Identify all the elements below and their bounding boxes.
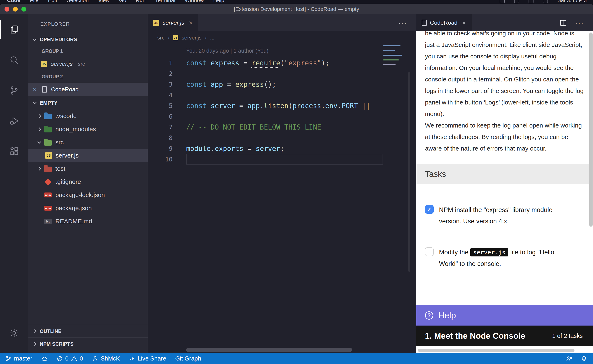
editor-horizontal-scrollbar[interactable] (186, 348, 352, 352)
warning-icon (71, 356, 77, 362)
more-actions-icon[interactable]: ··· (575, 19, 584, 27)
chevron-right-icon (37, 167, 41, 170)
explorer-title: EXPLORER (28, 14, 148, 34)
extensions-icon (9, 146, 19, 156)
code-line-6[interactable]: 6 (148, 111, 416, 122)
menu-window[interactable]: Window (185, 0, 204, 4)
activitybar-source-control[interactable] (0, 75, 28, 106)
menu-go[interactable]: Go (119, 0, 127, 4)
code-line-3[interactable]: 3 const app = express(); (148, 79, 416, 90)
task1-text: NPM install the "express" library module… (439, 204, 571, 227)
activitybar-explorer[interactable] (0, 14, 28, 45)
chevron-right-icon (37, 127, 41, 131)
branch-indicator[interactable]: master (5, 355, 32, 362)
inline-code-chip: server.js (470, 248, 508, 256)
tree-item-server-js[interactable]: JS server.js (28, 149, 148, 162)
editor-group2-label: GROUP 2 (28, 71, 148, 83)
breadcrumb-separator: › (205, 34, 207, 41)
activitybar-run-debug[interactable] (0, 106, 28, 136)
breadcrumb-separator: › (168, 34, 170, 41)
panel-tab-bar: CodeRoad × ··· (416, 14, 593, 31)
activitybar-extensions[interactable] (0, 136, 28, 167)
git-branch-icon (5, 356, 12, 362)
tree-item-vscode[interactable]: .vscode (28, 109, 148, 123)
outline-section-header[interactable]: OUTLINE (28, 325, 148, 338)
menu-view[interactable]: View (98, 0, 110, 4)
minimap[interactable] (383, 45, 403, 70)
open-editor-coderoad[interactable]: × CodeRoad (28, 83, 148, 96)
open-editors-header[interactable]: OPEN EDITORS (28, 34, 148, 45)
live-share-button[interactable]: Live Share (129, 355, 166, 362)
notifications-bell-icon[interactable] (581, 356, 587, 362)
menu-file[interactable]: File (30, 0, 39, 4)
tab-coderoad[interactable]: CodeRoad × (416, 14, 472, 31)
npm-scripts-section-header[interactable]: NPM SCRIPTS (28, 338, 148, 350)
tree-item-package-lock-json[interactable]: npm package-lock.json (28, 188, 148, 202)
code-line-8[interactable]: 8 (148, 132, 416, 143)
close-icon[interactable]: × (32, 86, 38, 93)
code-editor[interactable]: You, 20 days ago | 1 author (You) 1 cons… (148, 44, 416, 353)
menu-terminal[interactable]: Terminal (155, 0, 175, 4)
tree-item-src[interactable]: src (28, 136, 148, 149)
activitybar-search[interactable] (0, 45, 28, 75)
javascript-file-icon: JS (45, 152, 52, 159)
task2-checkbox-unchecked[interactable] (425, 247, 434, 256)
feedback-icon[interactable] (566, 356, 572, 362)
chevron-right-icon (33, 329, 36, 333)
breadcrumb[interactable]: src › JS server.js › ... (148, 31, 416, 44)
task-item-1: ✓ NPM install the "express" library modu… (425, 204, 584, 227)
split-editor-icon[interactable] (560, 19, 567, 26)
menubar-status-icon[interactable] (529, 0, 533, 3)
tab-server-js[interactable]: JS server.js × (148, 14, 198, 31)
help-section[interactable]: ? Help (416, 305, 593, 325)
editor-more-actions-icon[interactable]: ··· (398, 14, 416, 31)
menu-run[interactable]: Run (136, 0, 146, 4)
editor-vertical-scrollbar[interactable] (408, 72, 410, 272)
menu-code[interactable]: Code (7, 0, 20, 4)
problems-indicator[interactable]: 0 0 (57, 355, 83, 362)
menu-edit[interactable]: Edit (48, 0, 57, 4)
menubar-status-icon[interactable] (500, 0, 505, 3)
chevron-right-icon (33, 342, 36, 346)
lesson-title: 1. Meet the Node Console (425, 331, 525, 341)
menu-help[interactable]: Help (213, 0, 224, 4)
open-editor-server-js[interactable]: JS server.js src (28, 57, 148, 71)
menubar-status-icon[interactable] (543, 0, 548, 3)
workspace-header-empty[interactable]: EMPTY (28, 96, 148, 109)
editor-group: JS server.js × ··· src › JS server.js › … (148, 14, 416, 353)
sidebar-explorer: EXPLORER OPEN EDITORS GROUP 1 JS server.… (28, 14, 148, 353)
code-line-7[interactable]: 7 // -- DO NOT EDIT BELOW THIS LINE (148, 122, 416, 132)
panel-scrollbar[interactable] (589, 32, 593, 227)
code-line-10-cursor[interactable]: 10 (148, 154, 416, 164)
tree-item-package-json[interactable]: npm package.json (28, 202, 148, 215)
tree-item-node-modules[interactable]: node_modules (28, 123, 148, 136)
tree-item-readme-md[interactable]: M↓ README.md (28, 215, 148, 228)
menubar-status-icon[interactable] (514, 0, 519, 3)
code-line-5[interactable]: 5 const server = app.listen(process.env.… (148, 100, 416, 111)
close-icon[interactable]: × (189, 19, 193, 27)
code-line-2[interactable]: 2 (148, 68, 416, 79)
task2-text: Modify the server.js file to log "Hello … (439, 247, 571, 269)
menu-selection[interactable]: Selection (67, 0, 89, 4)
task1-checkbox-checked[interactable]: ✓ (425, 205, 434, 214)
activitybar-settings[interactable] (0, 326, 28, 339)
panel-horizontal-scrollbar[interactable] (418, 349, 574, 352)
markdown-icon: M↓ (44, 219, 52, 224)
chevron-right-icon (37, 114, 41, 118)
code-line-9[interactable]: 9 module.exports = server; (148, 143, 416, 154)
javascript-file-icon: JS (153, 20, 159, 26)
close-icon[interactable]: × (462, 19, 466, 27)
debug-icon (9, 116, 19, 126)
code-line-4[interactable]: 4 (148, 90, 416, 100)
code-line-1[interactable]: 1 const express = require("express"); (148, 58, 416, 68)
npm-icon: npm (44, 193, 52, 197)
sync-cloud-icon[interactable] (41, 356, 47, 362)
window-title: [Extension Development Host] - CodeRoad … (0, 6, 593, 12)
npm-icon: npm (44, 206, 52, 211)
tree-item-gitignore[interactable]: .gitignore (28, 175, 148, 188)
user-indicator[interactable]: ShMcK (92, 355, 120, 362)
git-graph-button[interactable]: Git Graph (175, 355, 201, 362)
lesson-paragraph: be able to check what’s going on in your… (425, 31, 584, 120)
lesson-paragraph: We recommend to keep the log panel open … (425, 120, 584, 154)
tree-item-test[interactable]: test (28, 162, 148, 175)
